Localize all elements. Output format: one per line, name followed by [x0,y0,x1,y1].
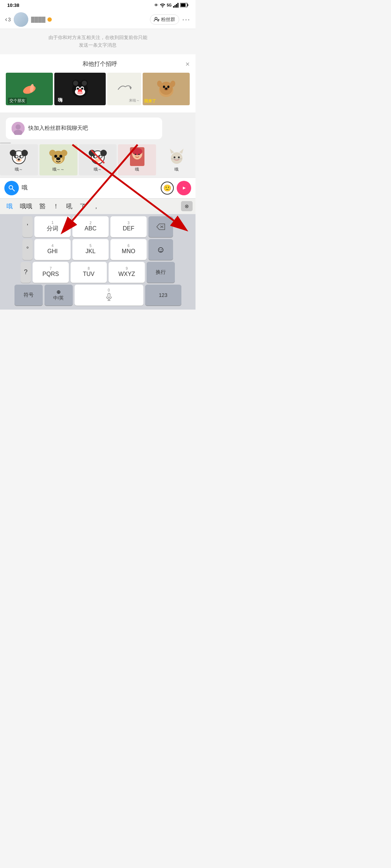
message-input[interactable] [22,182,158,195]
svg-point-29 [165,88,167,90]
svg-rect-6 [181,4,186,7]
fans-group-button[interactable]: 粉丝群 [150,14,179,25]
candidate-item-3[interactable]: ！ [49,201,63,212]
key-jkl-label: JKL [85,248,96,255]
candidate-bar: 哦 哦哦 豁 ！ 吼 了 ， ⊗ [0,198,196,214]
emoji-icon: 🙂 [163,184,171,192]
key-jkl[interactable]: 5 JKL [72,239,109,260]
key-space[interactable]: 0 [75,285,143,306]
greeting-panel: 和他打个招呼 × 交个朋友 [0,54,196,112]
candidate-item-4[interactable]: 吼 [63,201,76,212]
svg-marker-66 [170,149,174,154]
signal-icon [173,3,179,8]
key-abc-label: ABC [85,225,97,232]
key-wxyz[interactable]: 9 WXYZ [109,262,145,283]
candidate-item-1[interactable]: 哦哦 [16,201,36,212]
more-button[interactable]: ··· [182,15,190,24]
send-button[interactable] [177,181,191,195]
sticker-hand-icon [20,82,38,96]
key-ghi-label: GHI [47,248,58,255]
key-question[interactable]: ? [21,262,31,283]
svg-point-8 [155,17,157,20]
key-enter[interactable]: 换行 [147,262,175,283]
globe-icon: ⊕ [56,289,61,295]
notice-text: 由于你和对方未互相关注，在收到回复前你只能发送一条文字消息 [49,35,147,48]
key-emoji[interactable]: ☺ [148,239,173,260]
battery-icon [180,3,188,7]
key-pqrs[interactable]: 7 PQRS [33,262,69,283]
send-icon [180,184,188,192]
key-num-2: 2 [89,221,92,225]
more-icon: ··· [182,15,190,23]
key-num-5: 5 [89,244,92,248]
key-fenci[interactable]: 1 分词 [34,216,71,237]
key-symbol[interactable]: 符号 [14,285,43,306]
key-wxyz-label: WXYZ [118,271,135,277]
svg-point-69 [178,157,180,158]
key-num-3: 3 [127,221,130,225]
sticker-2-label-4: 哦 [135,167,139,172]
panda-icon-1 [9,147,28,166]
key-number-toggle[interactable]: 123 [145,285,181,306]
key-enter-label: 换行 [156,269,166,276]
svg-rect-7 [188,4,188,6]
svg-point-0 [162,7,163,8]
status-time: 10:38 [7,3,19,8]
sticker-2-item-2[interactable]: 哦～～ [39,144,77,175]
search-button[interactable] [4,181,19,195]
sticker-item-4[interactable]: 我来了 [143,73,190,105]
svg-point-14 [73,81,78,86]
girl-icon [128,147,146,166]
panda-icon-2 [88,147,107,166]
candidate-item-5[interactable]: 了 [76,201,89,212]
greeting-title: 和他打个招呼 [14,60,185,68]
sticker-label-3: 来啦～ [129,98,140,103]
key-abc[interactable]: 2 ABC [72,216,109,237]
key-row-3: ? 7 PQRS 8 TUV 9 WXYZ 换行 [1,262,194,283]
candidate-item-0[interactable]: 哦 [3,201,16,212]
svg-point-68 [173,157,175,158]
key-language[interactable]: ⊕ 中/英 [45,285,73,306]
sticker-2-item-1[interactable]: 哦～ [0,144,38,175]
svg-point-40 [16,156,18,158]
sticker-2-item-4[interactable]: 哦 [118,144,156,175]
sticker-2-item-3[interactable]: 哦～ [79,144,117,175]
svg-rect-2 [175,5,176,8]
key-num-9: 9 [126,267,128,271]
svg-point-62 [132,148,142,155]
key-ghi[interactable]: 4 GHI [34,239,71,260]
emoji-button[interactable]: 🙂 [161,182,174,195]
sticker-item-3[interactable]: 来啦～ [107,73,141,105]
key-backspace[interactable] [148,216,173,237]
key-lang-label: 中/英 [53,295,64,301]
back-button[interactable]: ‹ 3 [5,16,11,23]
key-symbol-label: 符号 [24,292,34,298]
svg-rect-4 [177,3,178,8]
candidate-delete-button[interactable]: ⊗ [181,201,193,211]
key-fenci-label: 分词 [47,225,58,233]
sticker-item-1[interactable]: 交个朋友 [6,73,53,105]
notice-bar: 由于你和对方未互相关注，在收到回复前你只能发送一条文字消息 [0,29,196,54]
key-num-8: 8 [88,267,90,271]
candidate-item-2[interactable]: 豁 [36,201,49,212]
key-mno[interactable]: 6 MNO [110,239,147,260]
key-row-4: 符号 ⊕ 中/英 0 123 [1,285,194,306]
avatar[interactable] [14,12,28,27]
back-count: 3 [8,17,11,22]
svg-point-57 [100,156,102,158]
sticker-item-2[interactable]: 嗨 [54,73,106,105]
key-apostrophe[interactable]: ' [22,216,33,237]
key-period[interactable]: ° [22,239,33,260]
key-row-1: ' 1 分词 2 ABC 3 DEF [1,216,194,237]
key-tuv-label: TUV [83,271,94,277]
key-tuv[interactable]: 8 TUV [71,262,107,283]
key-def[interactable]: 3 DEF [110,216,147,237]
greeting-title-row: 和他打个招呼 × [6,60,190,68]
close-greeting-button[interactable]: × [185,60,190,68]
key-num-toggle-label: 123 [159,292,167,298]
sticker-2-item-5[interactable]: 哦 [157,144,196,175]
sticker-dog-icon [156,78,176,100]
sticker-label-2: 嗨 [56,97,64,104]
sticker-2-label-1: 哦～ [15,167,23,172]
candidate-item-6[interactable]: ， [89,201,103,212]
